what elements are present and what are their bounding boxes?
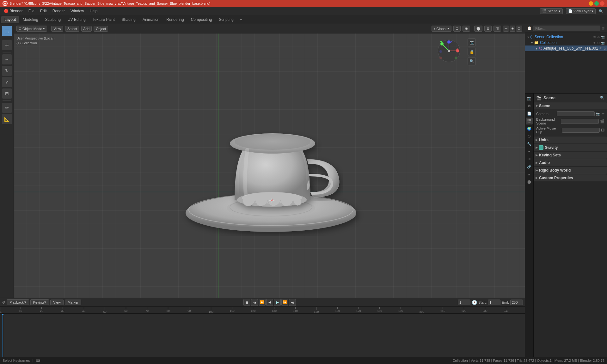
- audio-section-header[interactable]: ▶ Audio: [534, 159, 607, 166]
- tab-layout[interactable]: Layout: [1, 16, 19, 23]
- proportional-editing[interactable]: ◉: [463, 26, 470, 32]
- tab-scripting[interactable]: Scripting: [216, 16, 237, 23]
- outliner-filter-icon[interactable]: ⊞: [602, 26, 604, 30]
- playback-menu[interactable]: Playback ▾: [7, 299, 29, 305]
- viewport-select-menu[interactable]: Select: [65, 26, 79, 32]
- render-icon[interactable]: 📷: [601, 35, 604, 39]
- play-reverse-button[interactable]: ◀: [266, 299, 273, 306]
- movie-clip-icon[interactable]: 🎞: [601, 128, 604, 132]
- outliner-item-collection[interactable]: ▾ 📁 Collection 👁 ⊙ 📷: [525, 40, 607, 46]
- play-button[interactable]: ▶: [274, 299, 281, 306]
- camera-field[interactable]: [557, 111, 595, 116]
- material-props-icon[interactable]: ⬤: [526, 178, 533, 185]
- scene-section-header[interactable]: ▶ Scene: [534, 102, 607, 109]
- viewport-object-menu[interactable]: Object: [94, 26, 108, 32]
- camera-select-icon[interactable]: 📷: [596, 112, 600, 116]
- marker-menu[interactable]: Marker: [65, 300, 81, 305]
- tab-sculpting[interactable]: Sculpting: [42, 16, 64, 23]
- menu-file[interactable]: File: [26, 8, 37, 14]
- transform-tool[interactable]: ⊞: [2, 88, 12, 99]
- start-frame-input[interactable]: [488, 300, 500, 305]
- scale-tool[interactable]: ⤢: [2, 77, 12, 87]
- rotate-tool[interactable]: ↻: [2, 66, 12, 76]
- step-back-button[interactable]: ⏪: [259, 299, 266, 306]
- obj-select-icon[interactable]: ⊙: [604, 47, 606, 50]
- physics-props-icon[interactable]: ⚛: [526, 155, 533, 162]
- gravity-checkbox[interactable]: [539, 145, 543, 150]
- tab-rendering[interactable]: Rendering: [163, 16, 187, 23]
- bg-scene-field[interactable]: [561, 119, 599, 124]
- tab-uv-editing[interactable]: UV Editing: [64, 16, 89, 23]
- coll-select-icon[interactable]: ⊙: [597, 41, 600, 45]
- output-props-icon[interactable]: 🖥: [526, 102, 533, 109]
- close-button[interactable]: [600, 1, 604, 6]
- mode-selector[interactable]: ⬡ Object Mode ▾: [16, 26, 47, 32]
- menu-edit[interactable]: Edit: [38, 8, 49, 14]
- tab-modeling[interactable]: Modeling: [20, 16, 41, 23]
- viewport-view-menu[interactable]: View: [51, 26, 63, 32]
- menu-blender[interactable]: 🔴 Blender: [1, 8, 25, 14]
- end-frame-input[interactable]: [510, 300, 523, 305]
- props-search-icon[interactable]: 🔍: [600, 96, 604, 100]
- scene-props-icon[interactable]: 🎬: [526, 118, 533, 124]
- camera-view-button[interactable]: 📷: [468, 38, 476, 46]
- measure-tool[interactable]: 📐: [2, 114, 12, 124]
- data-props-icon[interactable]: ▲: [526, 171, 533, 178]
- menu-render[interactable]: Render: [50, 8, 67, 14]
- constraints-props-icon[interactable]: 🔗: [526, 163, 533, 170]
- object-props-icon[interactable]: ⬡: [526, 133, 533, 140]
- view-layer-props-icon[interactable]: 📄: [526, 110, 533, 117]
- keying-menu[interactable]: Keying ▾: [30, 299, 49, 305]
- timeline-keyframe-area[interactable]: [0, 314, 525, 357]
- cursor-tool[interactable]: ✛: [2, 40, 12, 50]
- viewport-overlay[interactable]: ⊚: [484, 26, 492, 32]
- lock-camera-button[interactable]: 🔒: [468, 48, 476, 56]
- world-props-icon[interactable]: 🌍: [526, 125, 533, 132]
- custom-props-section-header[interactable]: ▶ Custom Properties: [534, 174, 607, 181]
- visibility-icon[interactable]: 👁: [593, 35, 596, 39]
- view-menu[interactable]: View: [50, 300, 64, 305]
- tab-texture-paint[interactable]: Texture Paint: [89, 16, 118, 23]
- outliner-item-teacup[interactable]: ▸ ⬡ Antique_Tea_Cup_with_Tea.001 👁 ⊙ 📷: [525, 46, 607, 51]
- obj-visibility-icon[interactable]: 👁: [599, 47, 603, 50]
- playhead[interactable]: [3, 314, 3, 357]
- movie-clip-field[interactable]: [562, 128, 600, 133]
- maximize-button[interactable]: [594, 1, 599, 6]
- menu-help[interactable]: Help: [87, 8, 100, 14]
- annotate-tool[interactable]: ✏: [2, 103, 12, 113]
- add-workspace-button[interactable]: +: [237, 16, 245, 23]
- scene-selector[interactable]: 🎬 Scene ▾: [540, 8, 562, 14]
- camera-edit-icon[interactable]: ✏: [602, 112, 604, 116]
- view-layer-selector[interactable]: 📄 View Layer ▾: [566, 8, 596, 14]
- jump-to-end-button[interactable]: ⏭: [289, 299, 296, 306]
- show-overlays[interactable]: ◈: [510, 26, 515, 32]
- menu-window[interactable]: Window: [68, 8, 87, 14]
- bg-scene-icon[interactable]: 🎬: [600, 119, 604, 124]
- gravity-section-header[interactable]: ▶ Gravity: [534, 144, 607, 151]
- units-section-header[interactable]: ▶ Units: [534, 136, 607, 143]
- rigid-body-world-section-header[interactable]: ▶ Rigid Body World: [534, 167, 607, 174]
- keying-sets-section-header[interactable]: ▶ Keying Sets: [534, 152, 607, 159]
- jump-to-start-button[interactable]: ⏮: [251, 299, 258, 306]
- tab-shading[interactable]: Shading: [119, 16, 139, 23]
- zoom-viewport-button[interactable]: 🔍: [468, 57, 476, 65]
- particles-props-icon[interactable]: ✦: [526, 148, 533, 155]
- tab-compositing[interactable]: Compositing: [188, 16, 215, 23]
- move-tool[interactable]: ↔: [2, 54, 12, 64]
- viewport-shading[interactable]: ⬤: [474, 26, 482, 32]
- coll-visibility-icon[interactable]: 👁: [593, 41, 596, 45]
- render-props-icon[interactable]: 📷: [526, 95, 533, 102]
- show-gizmo[interactable]: ⊹: [503, 26, 509, 32]
- minimize-button[interactable]: [589, 1, 593, 6]
- viewport-3d[interactable]: User Perspective (Local) (1) Collection: [14, 33, 525, 298]
- snap-settings[interactable]: ⊙: [453, 26, 461, 32]
- current-frame-input[interactable]: [458, 300, 470, 305]
- outliner-item-scene-collection[interactable]: ▾ ⬡ Scene Collection 👁 ⊙ 📷: [525, 34, 607, 40]
- viewport-add-menu[interactable]: Add: [81, 26, 92, 32]
- outliner-search-input[interactable]: [533, 26, 600, 31]
- show-xray[interactable]: ⬡: [516, 26, 522, 32]
- viewport-navigation-gizmo[interactable]: X Y Z: [436, 38, 462, 64]
- tab-animation[interactable]: Animation: [139, 16, 162, 23]
- coll-render-icon[interactable]: 📷: [601, 41, 604, 45]
- select-box-tool[interactable]: ⬚: [2, 26, 12, 36]
